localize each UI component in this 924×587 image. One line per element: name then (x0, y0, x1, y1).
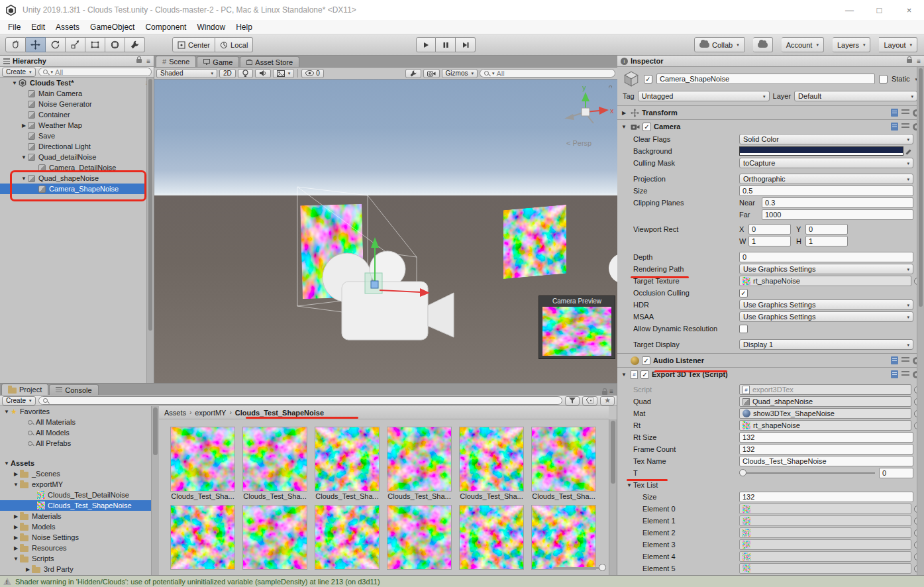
foldout-open-icon[interactable]: ▼ (20, 154, 28, 160)
foldout-closed-icon[interactable]: ▶ (12, 535, 20, 541)
foldout-closed-icon[interactable]: ▶ (12, 471, 20, 477)
project-item-all-models[interactable]: All Models (0, 427, 151, 438)
inspector-scrollbar[interactable] (917, 67, 924, 575)
tex-list-size-field[interactable]: 132 (739, 492, 913, 502)
maximize-button[interactable]: □ (864, 0, 894, 20)
eyedropper-icon[interactable] (906, 148, 913, 155)
menu-file[interactable]: File (3, 23, 26, 32)
hierarchy-item-scene[interactable]: ▼ Clouds Test* ≡ (0, 78, 154, 88)
background-color-field[interactable] (739, 146, 903, 156)
gizmos-dropdown[interactable]: Gizmos▾ (442, 69, 478, 78)
asset-thumbnail[interactable] (387, 506, 451, 569)
viewport-w-field[interactable]: 1 (748, 236, 791, 246)
pivot-rotation-button[interactable]: Local (215, 37, 253, 52)
account-button[interactable]: Account▾ (782, 37, 824, 52)
cloud-services-button[interactable] (753, 37, 773, 52)
target-texture-object-field[interactable]: rt_shapeNoise (739, 276, 911, 286)
draw-mode-dropdown[interactable]: Shaded▾ (156, 69, 217, 78)
foldout-open-icon[interactable]: ▼ (20, 176, 28, 182)
rt-size-field[interactable]: 132 (739, 432, 913, 443)
asset-thumbnail[interactable]: Clouds_Test_Sha... (532, 427, 595, 500)
quad-object-field[interactable]: Quad_shapeNoise (739, 396, 911, 407)
search-by-type-button[interactable] (565, 396, 580, 405)
far-field[interactable]: 1000 (762, 209, 913, 220)
custom-tool-button[interactable] (125, 37, 145, 52)
asset-thumbnail[interactable] (315, 506, 379, 569)
component-tools-button[interactable] (405, 69, 421, 78)
save-search-button[interactable]: ★ (600, 396, 615, 405)
element-4-object-field[interactable] (739, 551, 911, 562)
thumbnail-size-slider[interactable] (553, 564, 606, 572)
tex-name-field[interactable]: Clouds_Test_ShapeNoise (739, 456, 913, 466)
transform-component-header[interactable]: ▶ Transform (617, 105, 924, 119)
projection-dropdown[interactable]: Orthographic▾ (739, 174, 913, 184)
foldout-closed-icon[interactable]: ▶ (620, 110, 628, 116)
panel-menu-icon[interactable]: ≡ (609, 388, 613, 395)
foldout-closed-icon[interactable]: ▶ (20, 123, 28, 129)
presets-icon[interactable] (901, 371, 909, 378)
hand-tool-button[interactable] (5, 37, 26, 52)
rendering-path-dropdown[interactable]: Use Graphics Settings▾ (739, 264, 913, 274)
project-folder-exportmy[interactable]: ▼exportMY (0, 479, 151, 490)
scale-tool-button[interactable] (66, 37, 85, 52)
near-field[interactable]: 0.3 (762, 197, 913, 208)
project-folder-resources[interactable]: ▶Resources (0, 543, 151, 553)
foldout-closed-icon[interactable]: ▶ (12, 545, 20, 551)
help-icon[interactable] (891, 109, 898, 117)
help-icon[interactable] (891, 123, 898, 131)
tab-asset-store[interactable]: Asset Store (240, 56, 299, 67)
tab-project[interactable]: Project (1, 384, 48, 395)
target-display-dropdown[interactable]: Display 1▾ (739, 339, 913, 350)
hierarchy-item-weather-map[interactable]: ▶Weather Map (0, 120, 154, 131)
rect-tool-button[interactable] (85, 37, 105, 52)
rotate-tool-button[interactable] (46, 37, 66, 52)
layout-button[interactable]: Layout▾ (879, 37, 917, 52)
tab-game[interactable]: Game (197, 56, 239, 67)
effects-dropdown[interactable]: ▾ (273, 69, 295, 78)
hierarchy-search-input[interactable]: ▾All (38, 68, 152, 76)
pause-button[interactable] (436, 37, 456, 52)
project-folder-models[interactable]: ▶Models (0, 521, 151, 532)
foldout-open-icon[interactable]: ▼ (620, 372, 628, 378)
perspective-toggle[interactable]: <Persp (566, 139, 591, 147)
hierarchy-header[interactable]: Hierarchy ≡ (0, 56, 154, 67)
menu-window[interactable]: Window (191, 23, 231, 32)
project-search-input[interactable] (38, 396, 563, 405)
foldout-open-icon[interactable]: ▼ (625, 482, 633, 488)
project-folder-3rd-party[interactable]: ▶3rd Party (0, 564, 151, 574)
panel-menu-icon[interactable]: ≡ (146, 58, 150, 65)
hierarchy-create-button[interactable]: Create▾ (2, 68, 36, 77)
active-checkbox[interactable]: ✓ (644, 75, 652, 83)
gameobject-icon[interactable] (623, 70, 640, 87)
viewport-h-field[interactable]: 1 (805, 236, 848, 246)
scene-search-input[interactable]: ▾All (480, 69, 615, 78)
scene-camera-settings-button[interactable] (423, 69, 440, 78)
hierarchy-item-container[interactable]: Container (0, 109, 154, 120)
lock-icon[interactable] (136, 59, 142, 63)
menu-gameobject[interactable]: GameObject (85, 23, 140, 32)
gizmo-lock-icon[interactable] (606, 88, 609, 95)
pivot-mode-button[interactable]: Center (172, 37, 215, 52)
asset-thumbnail[interactable]: Clouds_Test_Sha... (315, 427, 379, 500)
t-slider[interactable] (739, 468, 875, 478)
element-3-object-field[interactable] (739, 539, 911, 550)
asset-grid-scrollbar[interactable] (609, 419, 617, 575)
slider-knob[interactable] (599, 564, 606, 571)
element-5-object-field[interactable] (739, 563, 911, 574)
move-tool-button[interactable] (26, 37, 46, 52)
breadcrumb-current-folder[interactable]: Clouds_Test_ShapeNoise (235, 409, 324, 417)
presets-icon[interactable] (901, 123, 909, 130)
element-1-object-field[interactable] (739, 515, 911, 526)
asset-thumbnail[interactable]: Clouds_Test_Sha... (387, 427, 451, 500)
breadcrumb-exportmy[interactable]: exportMY (195, 409, 226, 417)
project-item-all-materials[interactable]: All Materials (0, 417, 151, 427)
lock-icon[interactable] (907, 59, 912, 63)
menu-assets[interactable]: Assets (50, 23, 85, 32)
size-field[interactable]: 0.5 (739, 186, 913, 196)
hierarchy-item-quad-shapenoise[interactable]: ▼Quad_shapeNoise (0, 173, 154, 184)
foldout-closed-icon[interactable]: ▶ (12, 513, 20, 519)
close-button[interactable]: × (894, 0, 924, 20)
project-asset-detailnoise[interactable]: Clouds_Test_DetailNoise (0, 490, 151, 500)
transform-tool-button[interactable] (105, 37, 125, 52)
menu-component[interactable]: Component (140, 23, 191, 32)
